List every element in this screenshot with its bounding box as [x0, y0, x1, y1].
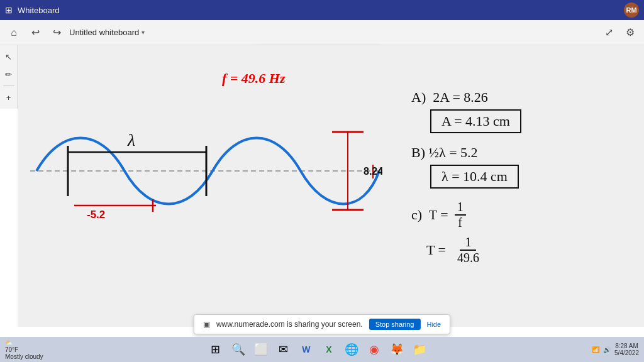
settings-button[interactable]: ⚙ [621, 24, 639, 41]
word-app[interactable]: W [297, 341, 315, 358]
undo-button[interactable]: ↩ [26, 24, 44, 41]
add-tool[interactable]: + [1, 90, 16, 105]
answer-c-line2: T = 1 49.6 [411, 235, 631, 265]
screenshare-notification: ▣ www.numerade.com is sharing your scree… [194, 314, 450, 334]
stop-sharing-button[interactable]: Stop sharing [369, 319, 421, 330]
toolbar-right-icons: ⤢ ⚙ [600, 24, 639, 41]
grid-icon: ⊞ [5, 5, 13, 15]
weather-widget: ⛅ 70°F Mostly cloudy [5, 339, 43, 360]
frequency-label: f = 49.6 Hz [222, 70, 286, 87]
svg-text:8.24: 8.24 [364, 166, 382, 177]
whiteboard-title-area[interactable]: Untitled whiteboard ▾ [69, 28, 145, 37]
chevron-down-icon: ▾ [142, 29, 145, 36]
sidebar-separator [3, 85, 14, 86]
excel-app[interactable]: X [320, 341, 338, 358]
weather-temp: 70°F [5, 346, 18, 353]
taskbar-right-area: 📶 🔊 8:28 AM 5/4/2022 [592, 343, 639, 356]
screenshare-message: www.numerade.com is sharing your screen. [216, 320, 363, 329]
whiteboard-title: Untitled whiteboard [69, 28, 139, 37]
redo-button[interactable]: ↪ [48, 24, 65, 41]
main-toolbar: ⌂ ↩ ↪ Untitled whiteboard ▾ ⤢ ⚙ [0, 20, 644, 45]
pointer-tool[interactable]: ↖ [1, 49, 16, 64]
browser-firefox[interactable]: 🦊 [388, 341, 406, 358]
wave-diagram: λ 8.24 -5.2 [30, 108, 382, 234]
screenshare-icon: ▣ [203, 320, 210, 329]
answers-area: A) 2A = 8.26 A = 4.13 cm B) ½λ = 5.2 λ =… [411, 89, 631, 265]
answer-a-boxed: A = 4.13 cm [430, 109, 521, 133]
hide-button[interactable]: Hide [426, 321, 441, 328]
app-title: Whiteboard [18, 6, 59, 15]
taskview-button[interactable]: ⬜ [252, 341, 270, 358]
user-avatar[interactable]: RM [624, 3, 639, 18]
answer-b-line1: B) ½λ = 5.2 [411, 145, 631, 161]
home-button[interactable]: ⌂ [5, 24, 23, 41]
mail-app[interactable]: ✉ [275, 341, 292, 358]
whiteboard-drawing-area[interactable]: f = 49.6 Hz λ 8.24 [18, 45, 644, 327]
title-bar: ⊞ Whiteboard RM [0, 0, 644, 20]
weather-desc: Mostly cloudy [5, 353, 43, 360]
network-icon: 📶 [592, 346, 599, 353]
time-display: 8:28 AM [614, 343, 639, 349]
weather-icon: ⛅ [5, 339, 13, 346]
search-button[interactable]: 🔍 [230, 341, 247, 358]
left-sidebar: ↖ ✏ + [0, 45, 18, 109]
answer-b-boxed: λ = 10.4 cm [430, 165, 519, 189]
date-display: 5/4/2022 [614, 349, 639, 356]
share-button[interactable]: ⤢ [600, 24, 618, 41]
answer-c-line1: c) T = 1 f [411, 200, 631, 230]
svg-text:λ: λ [127, 130, 135, 150]
windows-start-button[interactable]: ⊞ [207, 341, 225, 358]
files-app[interactable]: 📁 [411, 341, 428, 358]
svg-text:-5.2: -5.2 [87, 209, 105, 221]
taskbar: ⛅ 70°F Mostly cloudy ⊞ 🔍 ⬜ ✉ W X 🌐 ◉ 🦊 📁… [0, 337, 644, 362]
clock-widget: 8:28 AM 5/4/2022 [614, 343, 639, 356]
browser-chrome[interactable]: ◉ [365, 341, 383, 358]
pen-tool[interactable]: ✏ [1, 67, 16, 82]
taskbar-center: ⊞ 🔍 ⬜ ✉ W X 🌐 ◉ 🦊 📁 [207, 341, 428, 358]
browser-edge[interactable]: 🌐 [343, 341, 360, 358]
whiteboard-canvas: f = 49.6 Hz λ 8.24 [18, 45, 644, 327]
answer-a-line1: A) 2A = 8.26 [411, 89, 631, 106]
volume-icon: 🔊 [603, 346, 611, 353]
